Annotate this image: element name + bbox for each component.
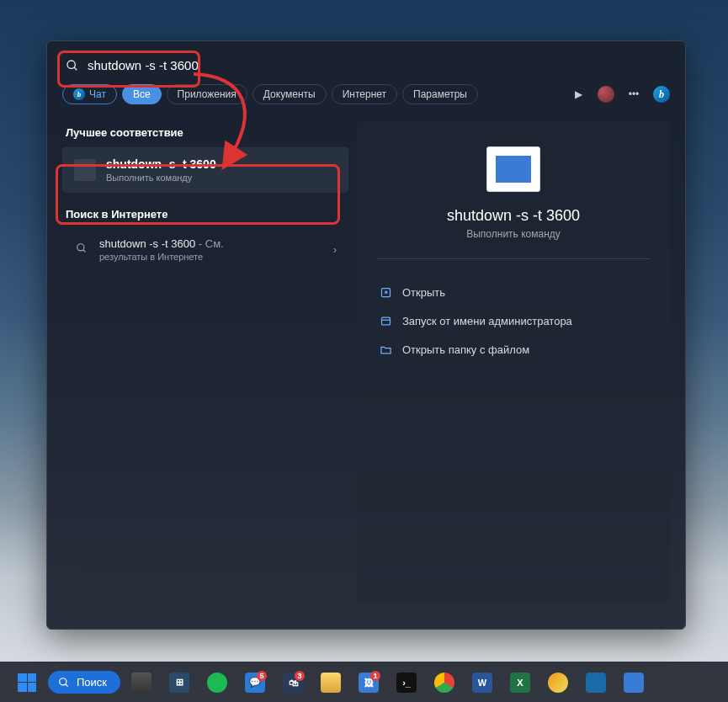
web-item-line2: результаты в Интернете xyxy=(99,252,224,262)
filter-apps[interactable]: Приложения xyxy=(167,84,247,104)
folder-icon xyxy=(321,673,341,693)
taskbar-app-photos[interactable]: 🖼1 xyxy=(352,666,385,699)
photos-icon: 🖼1 xyxy=(359,673,379,693)
results-body: Лучшее соответствие shutdown -s -t 3600 … xyxy=(47,114,685,609)
search-panel: b Чат Все Приложения Документы Интернет … xyxy=(46,40,686,630)
search-icon xyxy=(58,677,70,689)
taskbar-app-generic3[interactable] xyxy=(617,666,651,699)
taskbar: Поиск ⊞ 💬5 🛍3 🖼1 ›_ W X xyxy=(0,662,728,702)
best-match-heading: Лучшее соответствие xyxy=(66,126,348,139)
taskbar-search-button[interactable]: Поиск xyxy=(48,671,120,694)
chrome-icon xyxy=(434,673,454,693)
divider xyxy=(377,258,650,259)
badge: 5 xyxy=(257,671,267,681)
open-icon xyxy=(379,285,392,299)
taskbar-app-calculator[interactable]: ⊞ xyxy=(162,666,196,699)
web-search-heading: Поиск в Интернете xyxy=(66,208,348,221)
folder-icon xyxy=(379,343,392,356)
calculator-icon: ⊞ xyxy=(169,673,189,693)
app-icon xyxy=(624,673,644,693)
bing-icon: b xyxy=(73,88,85,100)
action-open[interactable]: Открыть xyxy=(377,278,650,306)
action-open-folder[interactable]: Открыть папку с файлом xyxy=(377,335,650,364)
taskbar-app-explorer[interactable] xyxy=(314,666,348,699)
shield-icon xyxy=(379,314,392,327)
word-icon: W xyxy=(472,673,492,693)
svg-line-7 xyxy=(66,683,68,686)
preview-title: shutdown -s -t 3600 xyxy=(447,207,580,225)
result-thumb-icon xyxy=(74,159,96,181)
task-view-icon xyxy=(131,673,151,693)
taskbar-app-generic2[interactable] xyxy=(579,666,613,699)
taskbar-app-generic1[interactable] xyxy=(541,666,575,699)
taskbar-app-messages[interactable]: 💬5 xyxy=(238,666,272,699)
svg-line-3 xyxy=(83,249,86,252)
start-button[interactable] xyxy=(10,666,44,699)
action-label: Открыть xyxy=(402,286,445,299)
action-label: Запуск от имени администратора xyxy=(402,315,572,327)
web-item-line1: shutdown -s -t 3600 - См. xyxy=(99,237,224,250)
svg-point-2 xyxy=(77,243,84,250)
app-icon xyxy=(548,673,568,693)
chip-label: Параметры xyxy=(413,88,467,100)
terminal-icon: ›_ xyxy=(396,673,417,693)
action-run-admin[interactable]: Запуск от имени администратора xyxy=(377,306,650,335)
preview-pane: shutdown -s -t 3600 Выполнить команду От… xyxy=(357,121,670,603)
more-icon[interactable]: ••• xyxy=(626,87,641,102)
chip-label: Чат xyxy=(89,88,106,100)
web-item-suffix: - См. xyxy=(195,237,224,250)
chip-label: Все xyxy=(133,88,151,100)
taskbar-app-spotify[interactable] xyxy=(200,666,234,699)
filter-right-icons: ▶ ••• b xyxy=(571,86,670,103)
search-input[interactable] xyxy=(88,58,667,72)
web-item-text: shutdown -s -t 3600 - См. результаты в И… xyxy=(99,237,224,262)
filter-web[interactable]: Интернет xyxy=(332,84,397,104)
windows-logo-icon xyxy=(18,673,36,692)
taskbar-app-terminal[interactable]: ›_ xyxy=(390,666,423,699)
chip-label: Документы xyxy=(263,88,316,100)
chip-label: Интернет xyxy=(343,88,386,100)
web-search-item[interactable]: shutdown -s -t 3600 - См. результаты в И… xyxy=(62,229,348,270)
preview-subtitle: Выполнить команду xyxy=(466,228,561,240)
app-icon xyxy=(586,673,606,693)
search-icon xyxy=(74,242,89,258)
bing-icon[interactable]: b xyxy=(653,86,670,103)
taskbar-app-excel[interactable]: X xyxy=(503,666,537,699)
result-text: shutdown -s -t 3600 Выполнить команду xyxy=(106,157,216,183)
chip-label: Приложения xyxy=(178,88,236,100)
results-left-column: Лучшее соответствие shutdown -s -t 3600 … xyxy=(62,121,348,603)
taskbar-search-label: Поиск xyxy=(77,676,107,689)
chat-icon: 💬5 xyxy=(245,673,265,693)
badge: 1 xyxy=(370,671,380,681)
spotify-icon xyxy=(207,673,227,693)
best-match-result[interactable]: shutdown -s -t 3600 Выполнить команду xyxy=(62,147,348,193)
action-label: Открыть папку с файлом xyxy=(402,343,529,356)
badge: 3 xyxy=(295,671,305,681)
search-icon xyxy=(66,59,79,72)
taskbar-app-word[interactable]: W xyxy=(465,666,499,699)
taskbar-app-chrome[interactable] xyxy=(428,666,461,699)
user-avatar[interactable] xyxy=(598,86,614,103)
svg-point-6 xyxy=(60,678,66,684)
filter-row: b Чат Все Приложения Документы Интернет … xyxy=(47,84,685,114)
task-view-button[interactable] xyxy=(125,666,158,699)
web-item-title: shutdown -s -t 3600 xyxy=(99,237,195,250)
preview-header: shutdown -s -t 3600 Выполнить команду xyxy=(377,146,650,240)
svg-point-0 xyxy=(67,61,75,68)
store-icon: 🛍3 xyxy=(283,673,303,693)
result-subtitle: Выполнить команду xyxy=(106,173,216,183)
play-icon[interactable]: ▶ xyxy=(571,87,586,102)
excel-icon: X xyxy=(510,673,530,693)
filter-all[interactable]: Все xyxy=(122,84,162,104)
filter-settings[interactable]: Параметры xyxy=(402,84,478,104)
preview-app-icon xyxy=(486,146,540,192)
chevron-right-icon: › xyxy=(333,244,337,256)
search-row xyxy=(47,41,685,84)
filter-docs[interactable]: Документы xyxy=(252,84,327,104)
svg-rect-5 xyxy=(381,317,390,325)
taskbar-app-store[interactable]: 🛍3 xyxy=(276,666,310,699)
result-title: shutdown -s -t 3600 xyxy=(106,157,216,171)
filter-chat[interactable]: b Чат xyxy=(62,84,117,104)
svg-line-1 xyxy=(74,67,77,70)
